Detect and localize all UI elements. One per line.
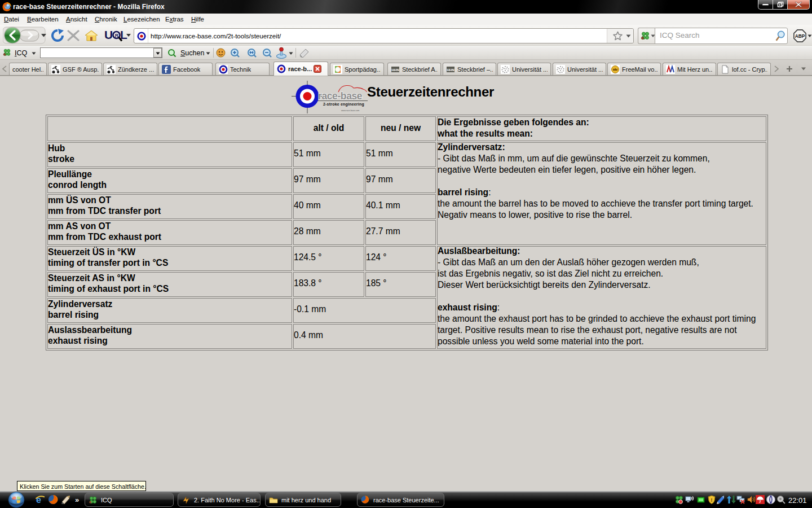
- svg-text:U: U: [104, 28, 113, 41]
- svg-text:HHN: HHN: [447, 68, 454, 71]
- svg-text:HHN: HHN: [392, 68, 399, 71]
- svg-text:ABP: ABP: [795, 33, 805, 39]
- svg-text:!: !: [711, 497, 713, 503]
- svg-text:R: R: [115, 33, 119, 38]
- svg-text:www.race-base.com: www.race-base.com: [341, 110, 359, 112]
- svg-text:2-stroke engineering: 2-stroke engineering: [323, 102, 364, 107]
- svg-text:race-base: race-base: [318, 90, 363, 102]
